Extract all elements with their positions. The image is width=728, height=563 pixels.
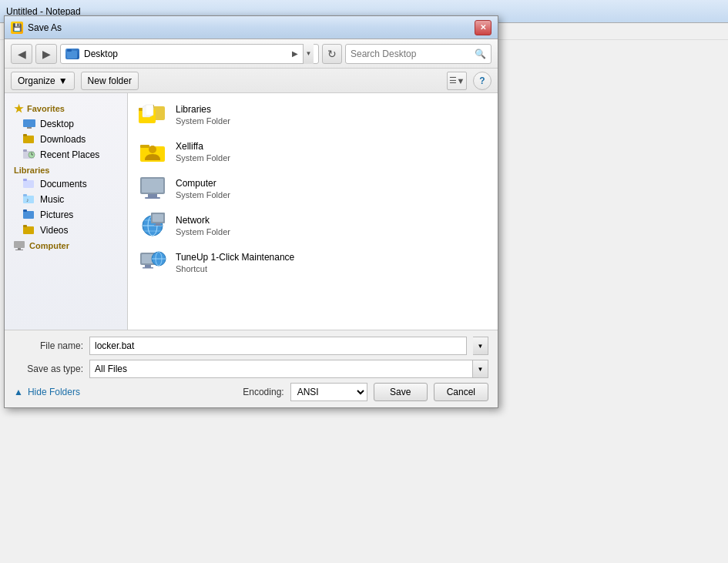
sidebar-item-desktop[interactable]: Desktop (5, 116, 127, 132)
music-icon: ♪ (23, 194, 35, 205)
libraries-file-info: Libraries System Folder (176, 104, 230, 126)
computer-file-icon (137, 175, 168, 203)
svg-rect-3 (27, 127, 32, 129)
savetype-display[interactable]: All Files (89, 360, 473, 378)
sidebar-music-label: Music (40, 194, 64, 205)
svg-rect-18 (23, 226, 34, 234)
back-button[interactable]: ◀ (11, 44, 32, 64)
file-list: Libraries System Folder (128, 93, 498, 330)
svg-rect-1 (67, 49, 72, 52)
sidebar: ★ Favorites Desktop (5, 93, 128, 330)
desktop-background: Untitled - Notepad File Edit Format View… (0, 0, 728, 563)
svg-rect-43 (153, 214, 163, 222)
forward-icon: ▶ (42, 48, 51, 60)
sidebar-pictures-label: Pictures (40, 209, 73, 220)
dialog-content: ★ Favorites Desktop (5, 93, 498, 330)
svg-point-32 (149, 146, 156, 153)
sidebar-item-downloads[interactable]: Downloads (5, 132, 127, 147)
filename-row: File name: ▼ (14, 337, 488, 355)
organize-button[interactable]: Organize ▼ (11, 72, 75, 90)
videos-icon (23, 225, 35, 236)
location-text: Desktop (84, 49, 287, 59)
location-dropdown-button[interactable]: ▼ (303, 44, 314, 64)
libraries-file-icon (137, 101, 168, 129)
save-as-dialog: 💾 Save As ✕ ◀ ▶ Desktop ▶ (4, 15, 498, 408)
forward-button[interactable]: ▶ (35, 44, 57, 64)
svg-rect-49 (143, 267, 153, 269)
sidebar-favorites-header[interactable]: ★ Favorites (5, 99, 127, 116)
search-icon[interactable]: 🔍 (475, 49, 486, 59)
file-item-xelliffa[interactable]: Xelliffa System Folder (128, 133, 498, 170)
svg-rect-31 (140, 145, 149, 148)
file-item-libraries[interactable]: Libraries System Folder (128, 96, 498, 133)
svg-text:♪: ♪ (26, 197, 29, 203)
view-icon: ☰ (449, 75, 457, 85)
encoding-label: Encoding: (243, 387, 283, 397)
help-button[interactable]: ? (473, 72, 491, 90)
view-button[interactable]: ☰ ▼ (447, 72, 467, 90)
dialog-close-button[interactable]: ✕ (475, 20, 491, 35)
tuneup-file-icon (137, 249, 168, 276)
dialog-bottom: File name: ▼ Save as type: All Files ▼ ▲ (5, 330, 498, 407)
dialog-toolbar: ◀ ▶ Desktop ▶ ▼ ↻ (5, 39, 498, 69)
file-item-network[interactable]: Network System Folder (128, 207, 498, 244)
file-item-tuneup[interactable]: TuneUp 1-Click Maintenance Shortcut (128, 244, 498, 281)
sidebar-item-pictures[interactable]: Pictures (5, 207, 127, 223)
computer-file-type: System Folder (176, 190, 230, 199)
favorites-label: Favorites (27, 104, 65, 113)
svg-rect-20 (14, 241, 25, 248)
refresh-button[interactable]: ↻ (322, 44, 342, 64)
filename-dropdown-button[interactable]: ▼ (473, 337, 488, 355)
search-input[interactable] (351, 49, 471, 59)
network-file-info: Network System Folder (176, 215, 230, 236)
sidebar-computer-header[interactable]: Computer (5, 238, 127, 252)
xelliffa-file-name: Xelliffa (176, 141, 230, 152)
sidebar-item-videos[interactable]: Videos (5, 223, 127, 238)
svg-rect-12 (23, 179, 27, 181)
hide-folders-button[interactable]: ▲ Hide Folders (14, 387, 80, 397)
sidebar-item-recent[interactable]: Recent Places (5, 147, 127, 163)
sidebar-item-music[interactable]: ♪ Music (5, 192, 127, 207)
sidebar-videos-label: Videos (40, 225, 68, 236)
location-arrow-icon: ▶ (292, 49, 298, 58)
libraries-file-type: System Folder (176, 116, 230, 126)
svg-rect-7 (23, 149, 27, 152)
network-file-icon (137, 212, 168, 240)
sidebar-item-documents[interactable]: Documents (5, 176, 127, 192)
documents-icon (23, 179, 35, 189)
sidebar-libraries-header[interactable]: Libraries (5, 163, 127, 176)
organize-arrow-icon: ▼ (59, 75, 68, 86)
svg-rect-14 (23, 194, 27, 196)
filename-input[interactable] (89, 337, 467, 355)
dialog-titlebar: 💾 Save As ✕ (5, 16, 498, 39)
location-bar[interactable]: Desktop ▶ ▼ (60, 44, 319, 64)
xelliffa-file-icon (137, 138, 168, 166)
dialog-title-icon: 💾 (11, 22, 23, 34)
save-button[interactable]: Save (374, 383, 428, 401)
search-bar[interactable]: 🔍 (345, 44, 491, 64)
new-folder-button[interactable]: New folder (81, 72, 139, 90)
savetype-label: Save as type: (14, 364, 83, 374)
recent-places-icon (23, 149, 35, 160)
filename-label: File name: (14, 340, 83, 351)
sidebar-recent-label: Recent Places (40, 149, 99, 160)
hide-folders-icon: ▲ (14, 387, 23, 397)
savetype-value: All Files (95, 364, 127, 374)
svg-rect-34 (142, 179, 163, 193)
desktop-icon (23, 119, 35, 129)
svg-rect-0 (67, 51, 77, 59)
savetype-dropdown-button[interactable]: ▼ (473, 360, 488, 378)
cancel-button[interactable]: Cancel (434, 383, 488, 401)
sidebar-documents-label: Documents (40, 179, 87, 189)
svg-rect-11 (23, 180, 34, 188)
sidebar-desktop-label: Desktop (40, 119, 74, 129)
new-folder-label: New folder (88, 75, 132, 86)
encoding-select[interactable]: ANSI UTF-8 Unicode (290, 383, 367, 401)
file-item-computer[interactable]: Computer System Folder (128, 170, 498, 207)
organize-label: Organize (18, 75, 55, 86)
svg-rect-2 (23, 119, 35, 127)
pictures-icon (23, 209, 35, 220)
back-icon: ◀ (18, 48, 26, 60)
computer-file-name: Computer (176, 178, 230, 189)
view-dropdown-icon: ▼ (457, 76, 465, 85)
